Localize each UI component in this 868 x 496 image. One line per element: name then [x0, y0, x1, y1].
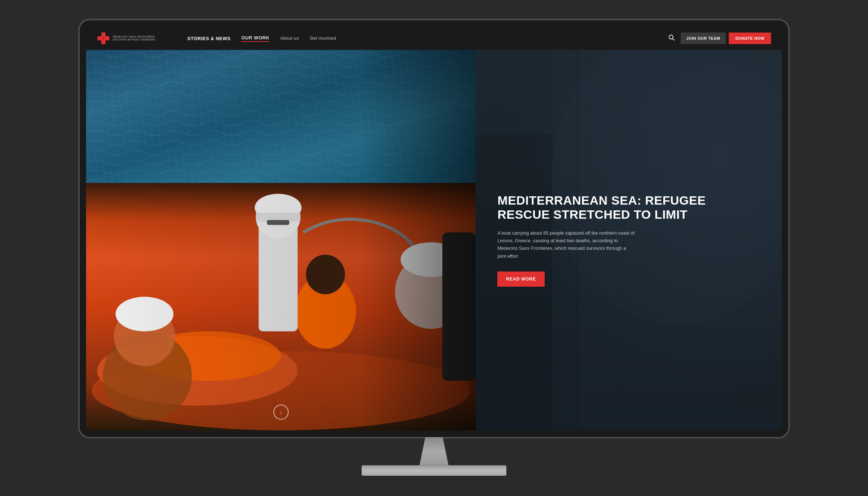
hero-content-inner: MEDITERRANEAN SEA: REFUGEE RESCUE STRETC…	[497, 193, 760, 287]
donate-now-button[interactable]: DONATE NOW	[729, 33, 771, 44]
webcam-dot	[432, 23, 436, 27]
search-icon[interactable]	[665, 33, 678, 44]
logo-area[interactable]: MÉDECINS SANS FRONTIÈRES DOCTORS WITHOUT…	[97, 32, 169, 45]
hero-image: ↓	[86, 50, 476, 431]
monitor-wrapper: MÉDECINS SANS FRONTIÈRES DOCTORS WITHOUT…	[80, 20, 788, 476]
nav-our-work[interactable]: OUR WORK	[241, 35, 269, 42]
monitor-neck	[420, 437, 448, 465]
join-team-button[interactable]: JOIN OUR TEAM	[681, 33, 726, 44]
read-more-button[interactable]: READ MORE	[497, 271, 544, 287]
hero-content-panel: MEDITERRANEAN SEA: REFUGEE RESCUE STRETC…	[476, 50, 782, 431]
navbar: MÉDECINS SANS FRONTIÈRES DOCTORS WITHOUT…	[86, 27, 782, 50]
hero-section: ↓	[86, 50, 782, 431]
svg-line-6	[672, 38, 674, 40]
nav-stories[interactable]: STORIES & NEWS	[187, 36, 230, 41]
logo-line1: MÉDECINS SANS FRONTIÈRES	[113, 35, 155, 38]
scroll-down-indicator[interactable]: ↓	[273, 405, 289, 420]
screen: MÉDECINS SANS FRONTIÈRES DOCTORS WITHOUT…	[86, 27, 782, 431]
msf-logo-icon	[97, 32, 110, 45]
nav-links: STORIES & NEWS OUR WORK About us Get inv…	[187, 35, 665, 42]
hero-description: A boat carrying about 85 people capsized…	[497, 229, 635, 260]
logo-text: MÉDECINS SANS FRONTIÈRES DOCTORS WITHOUT…	[113, 35, 155, 41]
logo-line2: DOCTORS WITHOUT BORDERS	[113, 38, 155, 41]
monitor-body: MÉDECINS SANS FRONTIÈRES DOCTORS WITHOUT…	[80, 20, 788, 437]
nav-buttons: JOIN OUR TEAM DONATE NOW	[665, 33, 771, 44]
nav-get-involved[interactable]: Get involved	[310, 36, 336, 41]
nav-about-us[interactable]: About us	[280, 36, 299, 41]
scroll-down-icon: ↓	[280, 409, 282, 415]
scene-overlay	[86, 50, 476, 431]
hero-title: MEDITERRANEAN SEA: REFUGEE RESCUE STRETC…	[497, 193, 760, 222]
svg-point-4	[102, 37, 105, 39]
monitor-base	[362, 465, 506, 476]
